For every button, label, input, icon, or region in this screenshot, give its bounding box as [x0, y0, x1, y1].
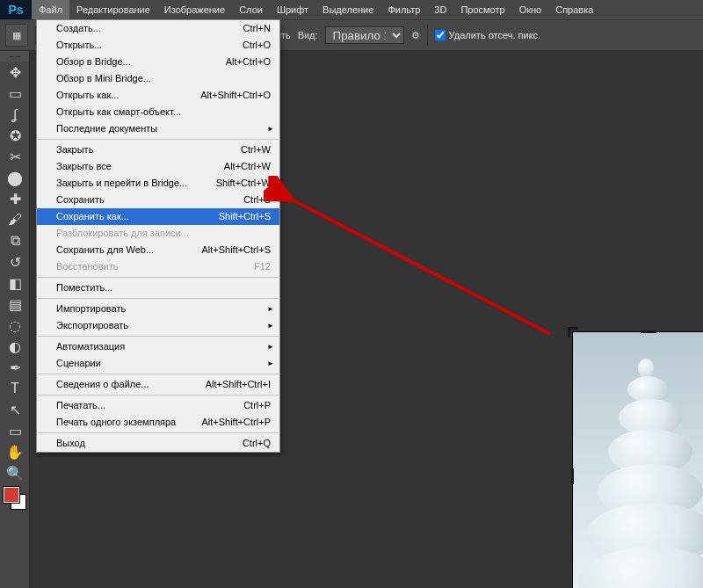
- file-menu-item-label: Импортировать: [56, 302, 126, 316]
- crop-handle-top[interactable]: [641, 330, 656, 333]
- crop-tool-preset-icon[interactable]: ▦: [5, 24, 28, 47]
- menu-separator: [38, 395, 279, 396]
- file-menu-item-label: Поместить...: [56, 281, 112, 294]
- pen-tool[interactable]: ✒: [0, 357, 30, 378]
- file-menu-item[interactable]: Автоматизация: [37, 338, 279, 355]
- rectangle-tool[interactable]: ▭: [0, 420, 30, 441]
- view-label: Вид:: [298, 30, 318, 40]
- file-menu-item-label: Печать одного экземпляра: [56, 416, 176, 429]
- file-menu-item-shortcut: F12: [254, 260, 271, 273]
- file-menu-item-shortcut: Ctrl+S: [243, 193, 271, 207]
- clone-stamp-tool[interactable]: ⧉: [0, 230, 30, 251]
- crop-tool[interactable]: ✂: [0, 146, 30, 167]
- file-menu-item[interactable]: Последние документы: [37, 120, 279, 137]
- file-menu-item[interactable]: Печатать...Ctrl+P: [37, 397, 279, 414]
- menu-справка[interactable]: Справка: [548, 0, 600, 19]
- eyedropper-tool[interactable]: ⬤: [0, 167, 30, 188]
- view-mode-select[interactable]: Правило 1/3: [325, 26, 404, 44]
- file-menu-item-label: Закрыть все: [56, 160, 112, 173]
- file-menu-item[interactable]: Сохранить для Web...Alt+Shift+Ctrl+S: [37, 242, 279, 258]
- menu-слои[interactable]: Слои: [232, 0, 270, 19]
- type-tool[interactable]: T: [0, 378, 30, 399]
- file-menu-item: Разблокировать для записи...: [37, 225, 279, 242]
- foreground-color-swatch[interactable]: [4, 487, 19, 503]
- document-image[interactable]: [573, 332, 703, 588]
- file-menu-item-label: Открыть как смарт-объект...: [56, 105, 181, 119]
- file-menu-item-shortcut: Shift+Ctrl+S: [219, 210, 271, 223]
- file-menu-item-shortcut: Alt+Shift+Ctrl+I: [206, 378, 271, 391]
- file-menu-item-label: Сохранить как...: [56, 210, 129, 223]
- path-select-tool[interactable]: ↖: [0, 399, 30, 420]
- dodge-tool[interactable]: ◐: [0, 336, 30, 357]
- delete-cropped-checkbox[interactable]: Удалить отсеч. пикс.: [435, 30, 541, 40]
- zoom-tool[interactable]: 🔍: [0, 462, 30, 483]
- menu-separator: [38, 336, 279, 337]
- history-brush-tool[interactable]: ↺: [0, 251, 30, 272]
- file-menu-item[interactable]: Печать одного экземпляраAlt+Shift+Ctrl+P: [37, 414, 279, 431]
- file-menu-item[interactable]: Закрыть и перейти в Bridge...Shift+Ctrl+…: [37, 175, 279, 192]
- lasso-tool[interactable]: ʆ: [0, 104, 30, 125]
- file-menu-item[interactable]: Импортировать: [37, 301, 279, 317]
- file-menu-item-shortcut: Shift+Ctrl+W: [216, 177, 271, 190]
- menu-выделение[interactable]: Выделение: [315, 0, 380, 19]
- brush-tool[interactable]: 🖌: [0, 209, 30, 230]
- file-menu-item: ВосстановитьF12: [37, 258, 279, 275]
- file-menu-item-shortcut: Ctrl+P: [243, 399, 271, 412]
- tools-collapse-handle[interactable]: [0, 51, 29, 62]
- menu-separator: [38, 432, 279, 433]
- file-menu-item-label: Открыть...: [56, 39, 102, 52]
- menu-3d[interactable]: 3D: [427, 0, 453, 19]
- file-menu-item[interactable]: Обзор в Bridge...Alt+Ctrl+O: [37, 54, 279, 70]
- menu-separator: [38, 277, 279, 278]
- eraser-tool[interactable]: ◧: [0, 272, 30, 294]
- menu-фильтр[interactable]: Фильтр: [380, 0, 427, 19]
- menu-окно[interactable]: Окно: [512, 0, 549, 19]
- file-menu-item-shortcut: Alt+Shift+Ctrl+O: [200, 89, 271, 102]
- menu-separator: [38, 374, 279, 374]
- gear-icon[interactable]: ⚙: [411, 30, 420, 41]
- file-menu-item-label: Обзор в Mini Bridge...: [56, 72, 151, 85]
- file-menu-item[interactable]: Создать...Ctrl+N: [37, 20, 279, 37]
- file-menu-item[interactable]: Закрыть всеAlt+Ctrl+W: [37, 158, 279, 175]
- hand-tool[interactable]: ✋: [0, 441, 30, 462]
- file-menu-item[interactable]: ВыходCtrl+Q: [37, 435, 279, 452]
- quick-select-tool[interactable]: ✪: [0, 125, 30, 146]
- file-menu-item-label: Экспортировать: [56, 319, 128, 332]
- gradient-tool[interactable]: ▤: [0, 294, 30, 315]
- crop-handle-left[interactable]: [571, 468, 574, 484]
- file-menu-item[interactable]: Поместить...: [37, 279, 279, 296]
- blur-tool[interactable]: ◌: [0, 315, 30, 336]
- divider: [427, 25, 428, 46]
- marquee-tool[interactable]: ▭: [0, 83, 30, 104]
- delete-cropped-input[interactable]: [435, 30, 446, 40]
- file-menu-item[interactable]: Открыть как смарт-объект...: [37, 104, 279, 120]
- file-menu-item[interactable]: СохранитьCtrl+S: [37, 192, 279, 208]
- file-menu-item[interactable]: ЗакрытьCtrl+W: [37, 142, 279, 158]
- file-menu-item-label: Автоматизация: [56, 340, 125, 353]
- file-menu-item-shortcut: Alt+Shift+Ctrl+S: [201, 243, 271, 257]
- menu-separator: [38, 298, 279, 299]
- file-menu-item[interactable]: Открыть как...Alt+Shift+Ctrl+O: [37, 87, 279, 104]
- image-content-tree: [592, 357, 703, 588]
- file-menu-item-shortcut: Alt+Ctrl+O: [226, 55, 271, 69]
- file-menu-item[interactable]: Сведения о файле...Alt+Shift+Ctrl+I: [37, 376, 279, 393]
- menu-bar: ФайлРедактированиеИзображениеСлоиШрифтВы…: [32, 0, 600, 19]
- menu-просмотр[interactable]: Просмотр: [453, 0, 511, 19]
- move-tool[interactable]: ✥: [0, 62, 30, 83]
- file-menu-item-label: Обзор в Bridge...: [56, 55, 131, 69]
- menu-шрифт[interactable]: Шрифт: [270, 0, 315, 19]
- tools-panel: ✥▭ʆ✪✂⬤✚🖌⧉↺◧▤◌◐✒T↖▭✋🔍: [0, 51, 30, 588]
- file-menu-item-shortcut: Ctrl+N: [243, 22, 271, 35]
- file-menu-item[interactable]: Сценарии: [37, 355, 279, 372]
- color-swatches[interactable]: [0, 485, 30, 512]
- spot-heal-tool[interactable]: ✚: [0, 188, 30, 209]
- file-menu-item-label: Последние документы: [56, 122, 157, 135]
- menu-редактирование[interactable]: Редактирование: [69, 0, 157, 19]
- file-menu-item[interactable]: Обзор в Mini Bridge...: [37, 70, 279, 87]
- crop-handle-top-left[interactable]: [568, 327, 578, 338]
- file-menu-item[interactable]: Экспортировать: [37, 317, 279, 334]
- menu-изображение[interactable]: Изображение: [157, 0, 232, 19]
- menu-файл[interactable]: Файл: [32, 0, 69, 19]
- file-menu-item[interactable]: Сохранить как...Shift+Ctrl+S: [37, 208, 279, 225]
- file-menu-item[interactable]: Открыть...Ctrl+O: [37, 37, 279, 54]
